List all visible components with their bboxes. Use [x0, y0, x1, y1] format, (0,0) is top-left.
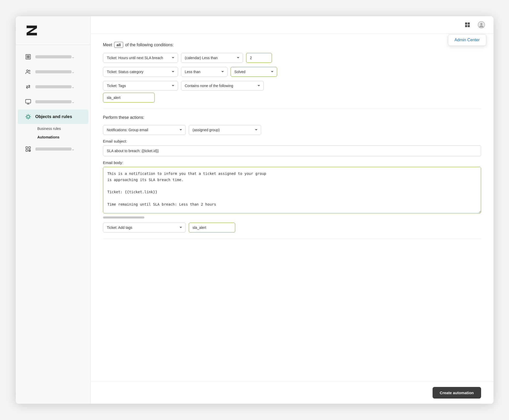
svg-rect-18 — [468, 25, 470, 27]
chevron-down-icon-3: ⌄ — [72, 85, 75, 89]
main-content: Admin Center Meet all of the following c… — [91, 16, 494, 404]
add-tags-action-select[interactable]: Ticket: Add tags — [103, 223, 186, 232]
building-icon — [24, 53, 32, 61]
svg-rect-2 — [28, 56, 29, 57]
sub-nav-business-rules[interactable]: Business rules — [33, 125, 90, 133]
svg-rect-0 — [26, 55, 30, 59]
svg-rect-9 — [26, 147, 28, 149]
content-area: Meet all of the following conditions: Ti… — [91, 34, 494, 382]
condition-row-2: Ticket: Status category Less than Solved — [103, 67, 481, 77]
condition-operator-select-3[interactable]: Contains none of the following — [181, 81, 264, 91]
sidebar-item-monitor[interactable]: ⌄ — [18, 95, 88, 109]
grid-plus-icon — [24, 145, 32, 153]
condition-value-input-1[interactable] — [246, 53, 272, 63]
chevron-down-icon-5: ⌄ — [72, 147, 75, 151]
sidebar-item-arrows[interactable]: ⌄ — [18, 80, 88, 94]
svg-rect-3 — [27, 57, 28, 58]
divider-1 — [103, 109, 481, 109]
email-body-textarea[interactable]: This is a notification to inform you tha… — [103, 167, 481, 213]
footer-bar: Create automation — [91, 382, 494, 404]
svg-rect-11 — [26, 150, 28, 151]
top-bar: Admin Center — [91, 16, 494, 34]
condition-row-1: Ticket: Hours until next SLA breach (cal… — [103, 53, 481, 63]
top-bar-icons — [463, 20, 486, 30]
sidebar-item-people[interactable]: ⌄ — [18, 65, 88, 79]
all-badge[interactable]: all — [114, 42, 123, 48]
of-label: of the following conditions: — [125, 43, 174, 47]
nav-label-placeholder-monitor — [35, 100, 72, 103]
add-tags-value-input[interactable] — [189, 223, 235, 232]
zendesk-logo-icon — [24, 24, 40, 37]
condition-operator-select-1[interactable]: (calendar) Less than — [181, 53, 243, 63]
chevron-down-icon: ⌄ — [72, 55, 75, 59]
condition-field-select-2[interactable]: Ticket: Status category — [103, 67, 178, 77]
nav-label-placeholder-building — [35, 55, 72, 58]
email-body-label: Email body: — [103, 160, 481, 165]
svg-point-6 — [29, 70, 30, 72]
sidebar-item-objects-label: Objects and rules — [35, 114, 82, 119]
people-icon — [24, 68, 32, 76]
condition-operator-select-2[interactable]: Less than — [181, 67, 228, 77]
action-row-1: Notifications: Group email (assigned gro… — [103, 125, 481, 135]
condition-value-select-2[interactable]: Solved — [231, 67, 277, 77]
conditions-header: Meet all of the following conditions: — [103, 42, 481, 48]
sidebar-item-grid[interactable]: ⌄ — [18, 142, 88, 156]
sidebar-item-objects[interactable]: Objects and rules — [18, 110, 88, 124]
sub-nav: Business rules Automations — [16, 125, 90, 141]
svg-rect-4 — [28, 57, 29, 58]
condition-tag-input-3[interactable] — [103, 93, 155, 103]
bottom-action-row: Ticket: Add tags — [103, 223, 481, 232]
nav-label-placeholder-grid — [35, 147, 72, 151]
monitor-icon — [24, 98, 32, 106]
objects-icon — [24, 113, 32, 121]
svg-rect-1 — [27, 56, 28, 57]
sub-nav-automations[interactable]: Automations — [33, 133, 90, 141]
email-subject-input[interactable] — [103, 145, 481, 156]
user-avatar-icon[interactable] — [476, 20, 486, 30]
actions-header: Perform these actions: — [103, 115, 481, 120]
admin-center-dropdown: Admin Center — [448, 34, 486, 46]
action-select-1[interactable]: Notifications: Group email — [103, 125, 186, 135]
admin-center-link[interactable]: Admin Center — [455, 38, 480, 42]
nav-label-placeholder-people — [35, 70, 72, 73]
svg-rect-17 — [465, 25, 467, 27]
sidebar-nav: ⌄ ⌄ ⌄ — [16, 45, 90, 404]
meet-label: Meet — [103, 43, 112, 47]
nav-label-placeholder-arrows — [35, 85, 72, 88]
grid-icon-topbar[interactable] — [463, 20, 472, 30]
action-value-select-1[interactable]: (assigned group) — [189, 125, 261, 135]
svg-point-5 — [26, 70, 28, 72]
svg-point-20 — [480, 23, 482, 25]
svg-rect-10 — [29, 147, 30, 149]
svg-rect-16 — [468, 22, 470, 25]
sidebar-item-building[interactable]: ⌄ — [18, 50, 88, 64]
email-subject-label: Email subject: — [103, 139, 481, 143]
condition-field-select-3[interactable]: Ticket: Tags — [103, 81, 178, 91]
chevron-down-icon-4: ⌄ — [72, 100, 75, 104]
sidebar: ⌄ ⌄ ⌄ — [16, 16, 91, 404]
create-automation-button[interactable]: Create automation — [433, 387, 481, 399]
divider-2 — [103, 239, 481, 239]
arrows-icon — [24, 83, 32, 91]
chevron-down-icon-2: ⌄ — [72, 70, 75, 74]
condition-field-select-1[interactable]: Ticket: Hours until next SLA breach — [103, 53, 178, 63]
scrollbar-stub[interactable] — [103, 216, 144, 219]
svg-rect-15 — [465, 22, 467, 25]
svg-rect-7 — [26, 99, 31, 103]
logo-area — [16, 16, 90, 45]
condition-row-3: Ticket: Tags Contains none of the follow… — [103, 81, 481, 103]
